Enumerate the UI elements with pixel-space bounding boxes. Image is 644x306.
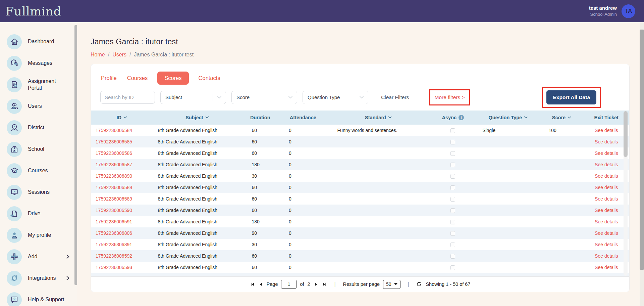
sidebar-item-integrations[interactable]: Integrations xyxy=(0,267,77,289)
see-details-link[interactable]: See details xyxy=(595,242,618,247)
see-details-link[interactable]: See details xyxy=(595,219,618,224)
see-details-link[interactable]: See details xyxy=(595,150,618,156)
tab-scores[interactable]: Scores xyxy=(157,72,189,85)
refresh-button[interactable] xyxy=(416,281,422,287)
row-id-link[interactable]: 17592236006589 xyxy=(96,196,132,202)
sidebar-item-users[interactable]: Users xyxy=(0,95,77,117)
row-id-link[interactable]: 17592236006592 xyxy=(96,253,132,259)
see-details-link[interactable]: See details xyxy=(595,185,618,190)
sidebar-item-messages[interactable]: Messages xyxy=(0,52,77,74)
row-id-link[interactable]: 17592236306806 xyxy=(96,230,132,236)
next-page-button[interactable] xyxy=(314,282,319,287)
row-id-link[interactable]: 17592236306890 xyxy=(96,173,132,179)
row-subject: 8th Grade Advanced English xyxy=(153,262,242,273)
async-checkbox[interactable] xyxy=(450,185,455,190)
see-details-link[interactable]: See details xyxy=(595,265,618,270)
tab-contacts[interactable]: Contacts xyxy=(198,72,221,85)
see-details-link[interactable]: See details xyxy=(595,208,618,213)
window-scrollbar-thumb[interactable] xyxy=(640,30,644,270)
clear-filters-button[interactable]: Clear Filters xyxy=(381,94,409,100)
last-page-button[interactable] xyxy=(322,282,327,287)
sidebar-scrollbar[interactable] xyxy=(74,25,77,304)
see-details-link[interactable]: See details xyxy=(595,230,618,236)
tab-courses[interactable]: Courses xyxy=(126,72,148,85)
row-question-type xyxy=(476,239,540,250)
see-details-link[interactable]: See details xyxy=(595,173,618,179)
row-id-link[interactable]: 17592236006585 xyxy=(96,139,132,144)
async-checkbox[interactable] xyxy=(450,140,455,144)
filter-dropdown-question-type[interactable]: Question Type xyxy=(303,91,368,104)
see-details-link[interactable]: See details xyxy=(595,253,618,259)
sidebar-item-dashboard[interactable]: Dashboard xyxy=(0,31,77,52)
row-score xyxy=(540,193,584,205)
row-id-link[interactable]: 17592236006586 xyxy=(96,150,132,156)
export-all-data-button[interactable]: Export All Data xyxy=(546,90,596,104)
row-id-link[interactable]: 17592236006588 xyxy=(96,185,132,190)
row-id-link[interactable]: 17592236006590 xyxy=(96,208,132,213)
async-checkbox[interactable] xyxy=(450,243,455,247)
row-standard xyxy=(327,227,430,239)
window-scrollbar[interactable] xyxy=(640,22,644,306)
page-number-input[interactable] xyxy=(281,280,297,289)
first-page-button[interactable] xyxy=(250,282,255,287)
row-attendance: 0 xyxy=(279,262,327,273)
sidebar-item-label: Drive xyxy=(28,210,40,217)
column-header-id[interactable]: ID xyxy=(91,111,153,125)
async-checkbox[interactable] xyxy=(450,208,455,213)
filter-dropdown-subject[interactable]: Subject xyxy=(160,91,226,104)
info-icon[interactable]: i xyxy=(459,115,464,120)
sidebar-item-assignment-portal[interactable]: Assignment Portal xyxy=(0,74,77,95)
see-details-link[interactable]: See details xyxy=(595,196,618,202)
sidebar-item-courses[interactable]: Courses xyxy=(0,160,77,181)
see-details-link[interactable]: See details xyxy=(595,162,618,167)
sidebar-item-add[interactable]: Add xyxy=(0,246,77,267)
avatar[interactable]: TA xyxy=(622,4,635,18)
row-score: 100 xyxy=(540,125,584,136)
search-input[interactable] xyxy=(100,91,155,104)
more-filters-link[interactable]: More filters > xyxy=(435,94,465,100)
sidebar-item-school[interactable]: School xyxy=(0,138,77,160)
row-id-link[interactable]: 17592236006584 xyxy=(96,128,132,133)
row-score xyxy=(540,136,584,147)
row-id-link[interactable]: 17592236006593 xyxy=(96,265,132,270)
async-checkbox[interactable] xyxy=(450,220,455,224)
sidebar: Dashboard Messages Assignment Portal Use… xyxy=(0,22,77,306)
top-bar: Fullmind test andrew School Admin TA xyxy=(0,0,644,22)
column-header-standard[interactable]: Standard xyxy=(327,111,430,125)
row-id-link[interactable]: 17592236006591 xyxy=(96,219,132,224)
breadcrumb-home[interactable]: Home xyxy=(91,52,105,58)
see-details-link[interactable]: See details xyxy=(595,139,618,144)
per-page-select[interactable]: 50 xyxy=(383,280,400,289)
page-title: James Garcia : itutor test xyxy=(91,37,630,46)
sidebar-item-my-profile[interactable]: My profile xyxy=(0,224,77,246)
table-scrollbar-thumb[interactable] xyxy=(624,111,628,157)
column-header-score[interactable]: Score xyxy=(540,111,584,125)
tab-profile[interactable]: Profile xyxy=(100,72,117,85)
column-header-question-type[interactable]: Question Type xyxy=(476,111,540,125)
breadcrumb-users[interactable]: Users xyxy=(112,52,126,58)
row-duration: 60 xyxy=(241,262,279,273)
async-checkbox[interactable] xyxy=(450,265,455,270)
async-checkbox[interactable] xyxy=(450,151,455,156)
async-checkbox[interactable] xyxy=(450,174,455,179)
sidebar-item-help-support[interactable]: ? Help & Support xyxy=(0,289,77,306)
sidebar-scrollbar-thumb[interactable] xyxy=(74,25,77,285)
row-id-link[interactable]: 17592236306891 xyxy=(96,242,132,247)
sidebar-item-drive[interactable]: Drive xyxy=(0,203,77,224)
filter-dropdown-score[interactable]: Score xyxy=(231,91,297,104)
async-checkbox[interactable] xyxy=(450,128,455,133)
async-checkbox[interactable] xyxy=(450,254,455,259)
row-id-link[interactable]: 17592236006587 xyxy=(96,162,132,167)
see-details-link[interactable]: See details xyxy=(595,128,618,133)
async-checkbox[interactable] xyxy=(450,163,455,167)
row-subject: 8th Grade Advanced English xyxy=(153,159,242,170)
sidebar-item-district[interactable]: District xyxy=(0,117,77,138)
column-header-subject[interactable]: Subject xyxy=(153,111,242,125)
previous-page-button[interactable] xyxy=(258,282,263,287)
async-checkbox[interactable] xyxy=(450,197,455,202)
table-scrollbar[interactable] xyxy=(624,111,628,276)
pagination-bar: Page of 2 | Results per page 50 | xyxy=(91,276,629,292)
async-checkbox[interactable] xyxy=(450,231,455,236)
row-standard xyxy=(327,136,430,147)
sidebar-item-sessions[interactable]: Sessions xyxy=(0,181,77,203)
